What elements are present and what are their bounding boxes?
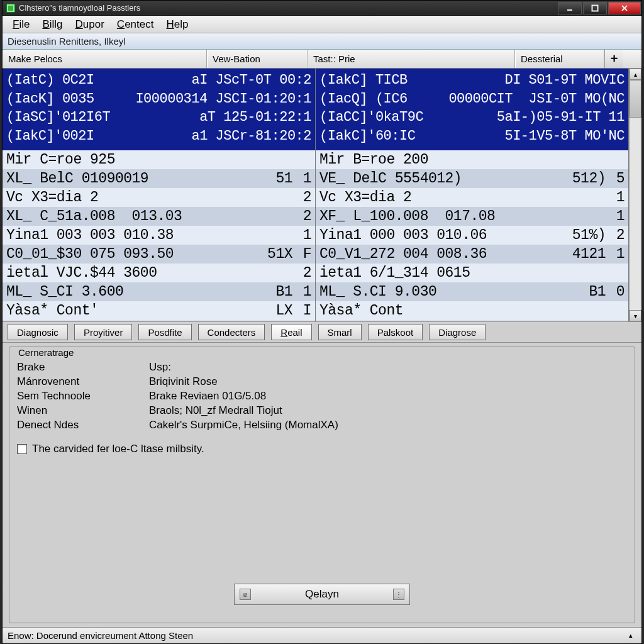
colhead-right-2[interactable]: Dessterial [515, 50, 604, 68]
button-left-icon: ⎚ [240, 589, 251, 600]
list-row[interactable]: ieta1 6/1_314 0615 [316, 264, 628, 282]
svg-rect-1 [592, 5, 598, 11]
status-bar: Enow: Docerund envicreument Attong Steen… [3, 627, 641, 643]
checkbox-label: The carvided fer loe-C ltase milbsity. [32, 443, 204, 455]
field-key: Winen [17, 404, 149, 417]
close-icon [621, 4, 628, 12]
action-row: ⎚ Qelayn ⋮ [17, 575, 627, 618]
window-controls [557, 1, 641, 16]
tab-palskoot[interactable]: Palskoot [368, 324, 423, 340]
menu-bar: File Billg Dupor Centect Help [3, 16, 641, 33]
list-row[interactable]: XF_ L_100.008 017.081 [316, 207, 628, 226]
title-bar[interactable]: Clhstero"s tlamnoydloal Passtlers [3, 1, 641, 16]
detail-field: Denect NdesCakelr's SurpmiCe, Helsiing (… [17, 419, 627, 431]
right-row-list[interactable]: Mir B=roe 200VE_ DelC 5554012)512)5Vc X3… [316, 150, 628, 321]
tab-reail[interactable]: Reail [271, 324, 311, 340]
field-key: Brake [17, 361, 149, 374]
plus-icon: + [611, 52, 618, 66]
list-row[interactable]: Yina1 000 003 010.0651%)2 [316, 226, 628, 245]
field-value: Usp: [149, 361, 171, 374]
colhead-left-2[interactable]: Vew-Bation [207, 50, 308, 68]
menu-billg[interactable]: Billg [36, 17, 69, 32]
checkbox-row[interactable]: The carvided fer loe-C ltase milbsity. [17, 443, 627, 455]
breadcrumb-text: Diesenuslin Renittens, Ilkeyl [8, 36, 126, 47]
list-row[interactable]: Yàsa* Cont [316, 301, 628, 320]
tab-diagnosic[interactable]: Diagnosic [8, 324, 68, 340]
maximize-icon [591, 4, 599, 12]
status-text: Enow: Docerund envicreument Attong Steen [8, 630, 193, 641]
list-row[interactable]: ML_ S_CI 3.600B11 [3, 282, 315, 301]
field-key: Mánrovenent [17, 375, 149, 388]
list-row[interactable]: C0_V1_272 004 008.3641211 [316, 245, 628, 264]
split-panes: (IatC) 0C2IaI JScT-0T 00:2(IacK] 0035I00… [3, 69, 641, 321]
list-row[interactable]: Vc X3=dia 22 [3, 188, 315, 207]
list-row[interactable]: Mir C=roe 925 [3, 150, 315, 169]
right-terminal-block: (IakC] TICBDI S01-9T MOVIC(IacQ] (IC6000… [316, 69, 628, 150]
list-row[interactable]: Vc X3=dia 21 [316, 188, 628, 207]
column-headers: Make Pelocs Vew-Bation Tast:: Prie Desst… [3, 50, 641, 69]
left-terminal-block: (IatC) 0C2IaI JScT-0T 00:2(IacK] 0035I00… [3, 69, 315, 150]
left-pane: (IatC) 0C2IaI JScT-0T 00:2(IacK] 0035I00… [3, 69, 316, 321]
tab-bar: DiagnosicProyitiverPosdfiteCondectersRea… [3, 321, 641, 343]
field-value: Cakelr's SurpmiCe, Helsiing (MomalXA) [149, 419, 338, 431]
list-row[interactable]: ML_ S.CI 9.030B10 [316, 282, 628, 301]
list-row[interactable]: VE_ DelC 5554012)512)5 [316, 169, 628, 188]
detail-field: MánrovenentBriqivinit Rose [17, 375, 627, 388]
colhead-right-1[interactable]: Tast:: Prie [308, 50, 515, 68]
minimize-button[interactable] [558, 2, 582, 14]
list-row[interactable]: XL_ C_51a.008 013.032 [3, 207, 315, 226]
detail-group: Cerneratrage BrakeUsp:MánrovenentBriqivi… [9, 347, 635, 623]
window-title: Clhstero"s tlamnoydloal Passtlers [19, 3, 140, 13]
list-row[interactable]: Yàsa* Cont'LXI [3, 301, 315, 320]
qelayn-button[interactable]: ⎚ Qelayn ⋮ [234, 584, 410, 605]
scroll-down-button[interactable]: ▾ [630, 310, 641, 321]
app-icon [6, 4, 15, 13]
menu-centect[interactable]: Centect [111, 17, 160, 32]
tab-diagrose[interactable]: Diagrose [429, 324, 486, 340]
scroll-track[interactable] [630, 80, 641, 310]
list-row[interactable]: Mir B=roe 200 [316, 150, 628, 169]
tab-smarl[interactable]: Smarl [318, 324, 362, 340]
detail-field: WinenBraols; N0l_zf Medrall Tiojut [17, 404, 627, 417]
list-row[interactable]: ietal VJC.$44 36002 [3, 264, 315, 282]
list-row[interactable]: XL_ BelC 01090019511 [3, 169, 315, 188]
detail-fields: BrakeUsp:MánrovenentBriqivinit RoseSem T… [17, 359, 627, 431]
minimize-icon [566, 4, 574, 12]
detail-field: Sem TechnooleBrake Reviaen 01G/5.08 [17, 390, 627, 402]
list-row[interactable]: Yina1 003 003 010.381 [3, 226, 315, 245]
menu-file[interactable]: File [6, 17, 36, 32]
breadcrumb-bar: Diesenuslin Renittens, Ilkeyl [3, 33, 641, 50]
resize-grip-icon[interactable]: ▴ [625, 630, 636, 641]
button-right-icon: ⋮ [393, 589, 404, 600]
tab-condecters[interactable]: Condecters [198, 324, 265, 340]
field-key: Denect Ndes [17, 419, 149, 431]
add-column-button[interactable]: + [604, 50, 623, 68]
right-pane: (IakC] TICBDI S01-9T MOVIC(IacQ] (IC6000… [316, 69, 629, 321]
vertical-scrollbar[interactable]: ▴ ▾ [629, 69, 641, 321]
scroll-up-button[interactable]: ▴ [630, 69, 641, 80]
tab-proyitiver[interactable]: Proyitiver [74, 324, 133, 340]
colhead-left-1[interactable]: Make Pelocs [3, 50, 207, 68]
field-key: Sem Technoole [17, 390, 149, 402]
list-row[interactable]: C0_01_$30 075 093.5051XF [3, 245, 315, 264]
window: Clhstero"s tlamnoydloal Passtlers File B… [2, 0, 642, 644]
field-value: Briqivinit Rose [149, 375, 218, 388]
field-value: Brake Reviaen 01G/5.08 [149, 390, 266, 402]
left-row-list[interactable]: Mir C=roe 925XL_ BelC 01090019511Vc X3=d… [3, 150, 315, 321]
maximize-button[interactable] [583, 2, 607, 14]
group-label: Cerneratrage [16, 347, 626, 358]
detail-field: BrakeUsp: [17, 361, 627, 374]
close-button[interactable] [608, 2, 641, 14]
scroll-thumb[interactable] [630, 80, 641, 118]
field-value: Braols; N0l_zf Medrall Tiojut [149, 404, 282, 417]
tab-posdfite[interactable]: Posdfite [138, 324, 191, 340]
checkbox-icon[interactable] [17, 444, 27, 454]
menu-help[interactable]: Help [160, 17, 194, 32]
menu-dupor[interactable]: Dupor [69, 17, 111, 32]
button-label: Qelayn [305, 588, 339, 601]
